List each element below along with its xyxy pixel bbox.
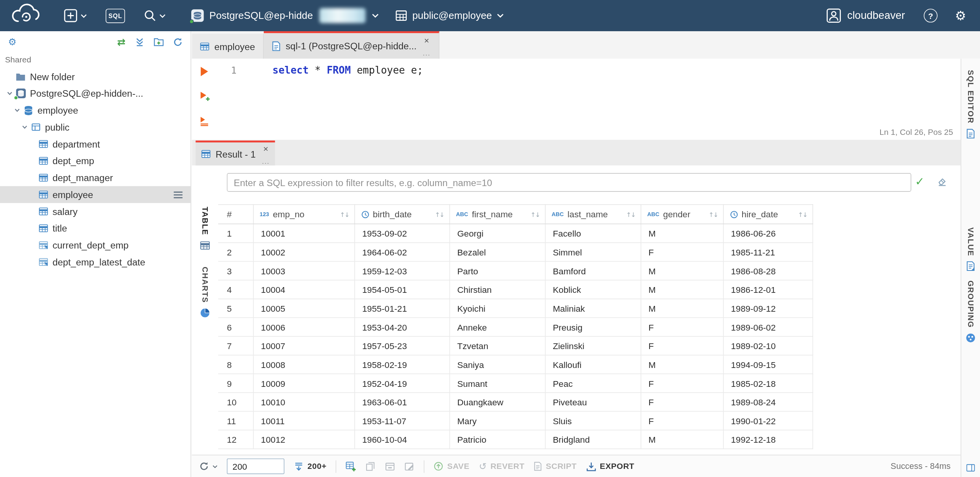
grid-cell[interactable]: 10002 [253,243,355,262]
grid-cell[interactable]: Simmel [545,243,641,262]
duplicate-row-button[interactable] [366,461,376,471]
grid-cell[interactable]: Sumant [450,374,545,393]
revert-button[interactable]: ↺ REVERT [479,461,525,472]
grid-cell[interactable]: 1957-05-23 [354,336,449,355]
grid-row[interactable]: 3 10003 1959-12-03 Parto Bamford M 1986-… [218,261,813,280]
chevron-down-icon[interactable] [11,107,22,114]
tab-more-icon[interactable]: ... [262,158,270,163]
grid-cell[interactable]: Kalloufi [545,355,641,374]
grid-cell[interactable]: Saniya [450,355,545,374]
chevron-down-icon[interactable] [4,90,15,97]
close-icon[interactable]: × [424,37,429,44]
grid-cell[interactable]: 10004 [253,280,355,299]
grid-cell[interactable]: Facello [545,224,641,243]
grid-row[interactable]: 9 10009 1952-04-19 Sumant Peac F 1985-02… [218,374,813,393]
grid-cell[interactable]: 1953-11-07 [354,411,449,430]
grid-cell[interactable]: F [641,374,723,393]
row-number-cell[interactable]: 5 [218,299,253,318]
grid-cell[interactable]: F [641,411,723,430]
settings-gear-icon[interactable]: ⚙ [955,8,966,23]
tree-item-employee-table[interactable]: employee [0,186,190,203]
grid-cell[interactable]: M [641,224,723,243]
export-button[interactable]: EXPORT [586,461,634,471]
tree-item-current-dept-emp-view[interactable]: current_dept_emp [0,237,190,254]
grid-cell[interactable]: 10011 [253,411,355,430]
grid-cell[interactable]: 1958-02-19 [354,355,449,374]
grid-cell[interactable]: 1953-09-02 [354,224,449,243]
grid-cell[interactable]: F [641,317,723,336]
save-button[interactable]: SAVE [434,462,470,471]
search-connection-button[interactable] [144,9,166,22]
row-number-cell[interactable]: 2 [218,243,253,262]
grid-cell[interactable]: 1989-06-02 [723,317,813,336]
grid-cell[interactable]: Kyoichi [450,299,545,318]
grid-cell[interactable]: 1963-06-01 [354,393,449,411]
grid-row[interactable]: 5 10005 1955-01-21 Kyoichi Maliniak M 19… [218,299,813,318]
grid-cell[interactable]: Bridgland [545,430,641,449]
grid-cell[interactable]: 10007 [253,336,355,355]
row-number-cell[interactable]: 10 [218,393,253,411]
column-header-emp-no[interactable]: 123 emp_no ↑↓ [253,205,355,224]
new-object-button[interactable] [64,9,87,23]
grid-row[interactable]: 8 10008 1958-02-19 Saniya Kalloufi M 199… [218,355,813,374]
grid-cell[interactable]: 1952-04-19 [354,374,449,393]
tab-sql-1[interactable]: sql-1 (PostgreSQL@ep-hidde... × ... [264,31,439,59]
connection-selector[interactable]: PostgreSQL@ep-hidde [190,8,378,23]
grid-cell[interactable]: 1989-09-12 [723,299,813,318]
column-header-last-name[interactable]: ABC last_name ↑↓ [545,205,641,224]
sort-icon[interactable]: ↑↓ [626,211,635,218]
grid-cell[interactable]: 10010 [253,393,355,411]
grid-cell[interactable]: Preusig [545,317,641,336]
row-number-cell[interactable]: 11 [218,411,253,430]
grid-cell[interactable]: 1990-01-22 [723,411,813,430]
grid-cell[interactable]: Duangkaew [450,393,545,411]
grid-cell[interactable]: Zielinski [545,336,641,355]
grid-cell[interactable]: 1953-04-20 [354,317,449,336]
execute-query-new-tab-button[interactable] [199,91,210,104]
execute-query-button[interactable] [199,66,209,79]
tree-item-new-folder[interactable]: New folder [0,68,190,85]
sort-icon[interactable]: ↑↓ [340,211,349,218]
row-menu-icon[interactable] [173,191,183,198]
grid-cell[interactable]: Piveteau [545,393,641,411]
tree-item-employee-database[interactable]: employee [0,102,190,119]
row-number-cell[interactable]: 8 [218,355,253,374]
grid-cell[interactable]: Bezalel [450,243,545,262]
grid-cell[interactable]: Chirstian [450,280,545,299]
grid-cell[interactable]: 10006 [253,317,355,336]
tree-item-department-table[interactable]: department [0,136,190,153]
add-folder-icon[interactable] [154,37,164,46]
help-button[interactable]: ? [924,9,938,23]
close-icon[interactable]: × [263,144,268,152]
grid-cell[interactable]: 10009 [253,374,355,393]
grid-cell[interactable]: 1985-11-21 [723,243,813,262]
tab-more-icon[interactable]: ... [423,50,431,55]
grid-cell[interactable]: 1989-02-10 [723,336,813,355]
sort-icon[interactable]: ↑↓ [435,211,444,218]
column-header-first-name[interactable]: ABC first_name ↑↓ [450,205,545,224]
tree-item-title-table[interactable]: title [0,220,190,237]
edit-value-button[interactable] [405,461,415,471]
tree-item-public-schema[interactable]: public [0,119,190,136]
tree-item-dept-emp-table[interactable]: dept_emp [0,153,190,170]
tab-result-1[interactable]: Result - 1 × ... [195,141,275,166]
sort-icon[interactable]: ↑↓ [798,211,807,218]
apply-filter-icon[interactable]: ✓ [915,175,924,188]
grid-cell[interactable]: Maliniak [545,299,641,318]
grid-cell[interactable]: M [641,261,723,280]
script-button[interactable]: SCRIPT [534,462,577,471]
grid-cell[interactable]: 10001 [253,224,355,243]
grid-cell[interactable]: M [641,355,723,374]
row-number-cell[interactable]: 12 [218,430,253,449]
add-row-button[interactable] [346,461,357,472]
grid-cell[interactable]: M [641,280,723,299]
row-limit-input[interactable] [227,459,284,474]
tab-grouping-panel[interactable]: GROUPING [961,280,980,343]
column-header-hire-date[interactable]: hire_date ↑↓ [723,205,813,224]
grid-cell[interactable]: 1985-02-18 [723,374,813,393]
tab-table-presentation[interactable]: TABLE [192,207,218,250]
tab-value-panel[interactable]: VALUE [961,227,980,271]
refresh-tree-icon[interactable] [173,37,182,46]
grid-cell[interactable]: M [641,299,723,318]
grid-cell[interactable]: 1992-12-18 [723,430,813,449]
